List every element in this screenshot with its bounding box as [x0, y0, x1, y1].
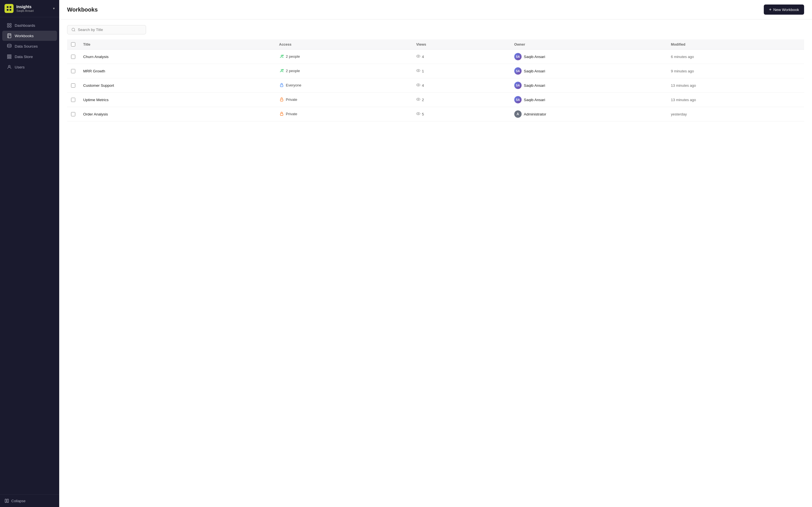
row-checkbox-cell [67, 50, 79, 64]
workbooks-table: Title Access Views Owner Modified Churn … [67, 40, 804, 121]
owner-name: Administrator [524, 112, 546, 116]
workbooks-list: Title Access Views Owner Modified Churn … [59, 19, 812, 507]
avatar: SA [514, 67, 522, 75]
svg-point-23 [418, 56, 419, 57]
svg-rect-14 [7, 56, 11, 57]
header-checkbox-col [67, 40, 79, 50]
new-workbook-label: New Workbook [773, 8, 799, 12]
svg-rect-29 [280, 99, 283, 101]
row-access: Everyone [275, 78, 412, 93]
table-row: Customer Support Everyone 4 SASaqib Ansa… [67, 78, 804, 93]
row-checkbox-cell [67, 78, 79, 93]
access-badge: Private [279, 97, 297, 102]
sidebar-brand: Insights Saqib Ansari [4, 4, 34, 13]
search-input[interactable] [78, 27, 142, 32]
row-checkbox[interactable] [71, 98, 75, 102]
access-label: 2 people [286, 69, 300, 73]
row-title[interactable]: Order Analysis [79, 107, 275, 121]
sidebar-item-label: Users [15, 65, 24, 69]
access-people-icon [279, 54, 284, 59]
row-title[interactable]: Uptime Metrics [79, 93, 275, 107]
sidebar-header[interactable]: Insights Saqib Ansari ▾ [0, 0, 59, 17]
row-views: 2 [412, 93, 510, 107]
svg-rect-1 [10, 6, 11, 8]
eye-icon [416, 112, 420, 117]
row-checkbox[interactable] [71, 69, 75, 73]
svg-rect-3 [10, 9, 11, 11]
svg-point-24 [281, 69, 282, 70]
chevron-down-icon[interactable]: ▾ [53, 6, 55, 10]
svg-point-19 [72, 28, 75, 31]
sidebar-item-workbooks[interactable]: Workbooks [2, 31, 57, 41]
select-all-checkbox[interactable] [71, 42, 75, 47]
eye-icon [416, 97, 420, 102]
row-owner: SASaqib Ansari [510, 64, 667, 78]
row-access: Private [275, 107, 412, 121]
sidebar: Insights Saqib Ansari ▾ Dashboards Workb [0, 0, 59, 507]
table-row: Order Analysis Private 5 AAdministratory… [67, 107, 804, 121]
svg-rect-15 [7, 58, 11, 59]
brand-user: Saqib Ansari [16, 9, 34, 12]
views-count: 1 [422, 69, 424, 73]
owner-name: Saqib Ansari [524, 98, 545, 102]
avatar: A [514, 110, 522, 118]
collapse-button[interactable]: Collapse [4, 499, 55, 503]
col-header-owner: Owner [510, 40, 667, 50]
row-modified: 13 minutes ago [667, 93, 804, 107]
row-checkbox-cell [67, 107, 79, 121]
sidebar-item-data-store[interactable]: Data Store [2, 52, 57, 62]
sidebar-item-dashboards[interactable]: Dashboards [2, 20, 57, 31]
row-modified: 6 minutes ago [667, 50, 804, 64]
modified-time: 9 minutes ago [671, 69, 694, 73]
row-checkbox-cell [67, 93, 79, 107]
row-checkbox[interactable] [71, 55, 75, 59]
svg-rect-17 [5, 499, 6, 503]
database-icon [7, 44, 12, 49]
row-title[interactable]: MRR Growth [79, 64, 275, 78]
row-access: Private [275, 93, 412, 107]
row-title[interactable]: Customer Support [79, 78, 275, 93]
search-icon [71, 27, 75, 32]
eye-icon [416, 68, 420, 73]
table-body: Churn Analysis 2 people 4 SASaqib Ansari… [67, 50, 804, 121]
col-header-views: Views [412, 40, 510, 50]
views-count: 4 [422, 55, 424, 59]
svg-point-25 [283, 69, 283, 70]
svg-rect-6 [7, 26, 9, 27]
access-people-icon [279, 68, 284, 73]
owner-name: Saqib Ansari [524, 83, 545, 88]
access-badge: Everyone [279, 82, 301, 88]
brand-logo [4, 4, 13, 13]
row-title[interactable]: Churn Analysis [79, 50, 275, 64]
row-views: 4 [412, 50, 510, 64]
table-row: Churn Analysis 2 people 4 SASaqib Ansari… [67, 50, 804, 64]
svg-line-20 [74, 31, 75, 31]
user-icon [7, 64, 12, 69]
access-label: Private [286, 112, 297, 116]
row-checkbox[interactable] [71, 83, 75, 88]
row-owner: SASaqib Ansari [510, 93, 667, 107]
sidebar-item-label: Workbooks [15, 34, 34, 38]
svg-rect-5 [10, 23, 11, 25]
collapse-label: Collapse [11, 499, 26, 503]
views-count: 4 [422, 83, 424, 88]
col-header-modified: Modified [667, 40, 804, 50]
new-workbook-button[interactable]: + New Workbook [764, 4, 804, 15]
sidebar-item-data-sources[interactable]: Data Sources [2, 41, 57, 51]
svg-rect-31 [280, 114, 283, 115]
access-badge: 2 people [279, 68, 300, 73]
sidebar-nav: Dashboards Workbooks Data Sources [0, 17, 59, 494]
svg-rect-13 [7, 55, 11, 55]
row-modified: 9 minutes ago [667, 64, 804, 78]
avatar: SA [514, 96, 522, 103]
row-owner: AAdministrator [510, 107, 667, 121]
plus-icon: + [769, 7, 771, 12]
views-count: 5 [422, 112, 424, 116]
search-bar[interactable] [67, 25, 146, 34]
sidebar-item-users[interactable]: Users [2, 62, 57, 72]
avatar: SA [514, 82, 522, 89]
avatar: SA [514, 53, 522, 60]
main-header: Workbooks + New Workbook [59, 0, 812, 19]
row-views: 4 [412, 78, 510, 93]
row-checkbox[interactable] [71, 112, 75, 116]
